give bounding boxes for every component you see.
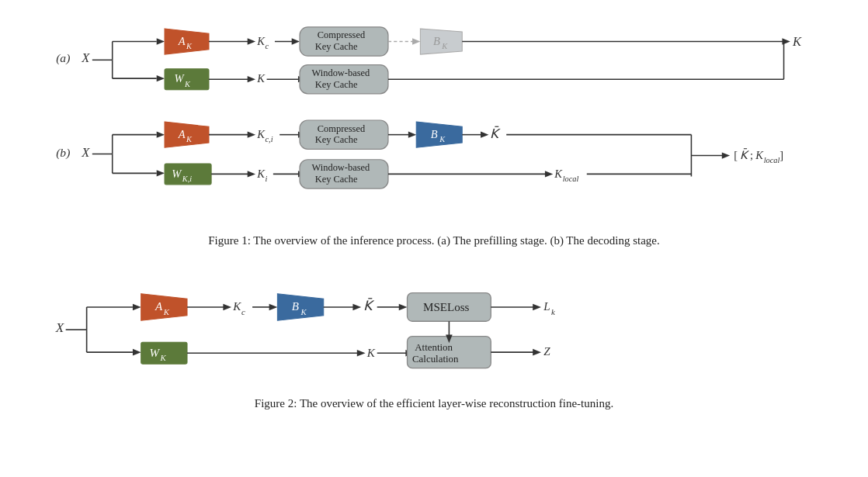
svg-text:K: K (792, 34, 802, 49)
svg-text:[: [ (734, 149, 738, 161)
svg-marker-117 (269, 304, 278, 311)
svg-marker-50 (157, 170, 165, 176)
svg-marker-58 (248, 132, 255, 138)
svg-text:Z: Z (543, 345, 550, 358)
svg-text:c: c (266, 42, 269, 50)
svg-text:K̄: K̄ (491, 126, 502, 141)
figure2-area: X A K W K K c (16, 252, 852, 396)
svg-text:MSELoss: MSELoss (423, 301, 470, 313)
svg-text:K: K (755, 149, 764, 161)
svg-marker-143 (533, 349, 541, 356)
svg-text:Key Cache: Key Cache (315, 79, 358, 90)
svg-text:K: K (186, 42, 193, 50)
svg-text:local: local (563, 175, 579, 183)
svg-text:(a): (a) (56, 51, 70, 65)
svg-text:Window-based: Window-based (312, 162, 370, 173)
svg-marker-129 (533, 304, 541, 311)
svg-marker-102 (133, 304, 141, 311)
svg-text:K,i: K,i (182, 175, 192, 183)
svg-text:K: K (441, 42, 448, 50)
svg-text:B: B (433, 35, 440, 47)
svg-text:(b): (b) (56, 146, 70, 160)
svg-text:K: K (439, 135, 446, 143)
svg-text:K̄: K̄ (363, 298, 375, 313)
svg-marker-8 (157, 75, 165, 81)
svg-text:X: X (81, 50, 90, 65)
svg-marker-47 (157, 132, 165, 138)
svg-text:]: ] (779, 149, 783, 161)
main-container: (a) X A K W K (0, 0, 868, 477)
figure2-caption: Figure 2: The overview of the efficient … (255, 397, 613, 410)
svg-text:K: K (163, 307, 170, 316)
svg-text:Compressed: Compressed (318, 29, 366, 40)
svg-marker-26 (420, 29, 462, 54)
svg-marker-33 (248, 76, 255, 82)
svg-marker-105 (133, 349, 141, 356)
figure1-caption-text: Figure 1: The overview of the inference … (208, 234, 659, 247)
svg-marker-94 (545, 171, 553, 177)
svg-marker-16 (248, 38, 255, 44)
svg-marker-125 (399, 304, 408, 311)
svg-text:Calculation: Calculation (412, 353, 459, 365)
svg-text:B: B (431, 128, 438, 140)
figure1-area: (a) X A K W K (16, 8, 852, 233)
svg-text:K: K (256, 128, 266, 140)
svg-text:K: K (256, 72, 266, 85)
svg-text:A: A (155, 300, 163, 313)
svg-text:c: c (241, 307, 245, 316)
svg-marker-133 (357, 350, 366, 357)
figure2-caption-text: Figure 2: The overview of the efficient … (255, 397, 613, 410)
svg-text:X: X (81, 145, 90, 160)
figure1-caption: Figure 1: The overview of the inference … (208, 234, 659, 247)
svg-marker-85 (248, 171, 255, 177)
svg-marker-122 (352, 304, 361, 311)
svg-text:Key Cache: Key Cache (315, 134, 358, 145)
svg-text:K: K (366, 347, 376, 359)
svg-text:K: K (186, 135, 193, 143)
svg-text:K: K (300, 307, 307, 316)
svg-text:Compressed: Compressed (318, 123, 366, 134)
svg-marker-5 (157, 38, 165, 44)
svg-text:Key Cache: Key Cache (315, 174, 358, 185)
svg-marker-20 (292, 38, 300, 44)
svg-text:K: K (159, 353, 166, 362)
svg-text:i: i (266, 175, 268, 183)
svg-marker-113 (223, 304, 231, 311)
svg-text:K: K (184, 80, 191, 88)
svg-text:local: local (764, 156, 780, 164)
svg-text:;: ; (750, 149, 753, 161)
svg-text:W: W (149, 347, 160, 359)
figure1-svg: (a) X A K W K (16, 8, 852, 233)
svg-text:Attention: Attention (415, 341, 453, 353)
svg-text:K: K (554, 168, 563, 180)
svg-marker-25 (412, 38, 420, 44)
svg-text:A: A (178, 128, 186, 140)
svg-text:K: K (232, 300, 241, 313)
svg-marker-67 (408, 132, 416, 138)
svg-text:X: X (55, 320, 65, 335)
svg-text:Window-based: Window-based (312, 67, 370, 78)
svg-text:K: K (256, 35, 266, 47)
svg-text:k: k (551, 307, 555, 316)
svg-text:Key Cache: Key Cache (315, 41, 358, 52)
svg-text:K: K (256, 168, 266, 180)
figure2-svg: X A K W K K c (16, 252, 852, 396)
svg-text:W: W (172, 168, 182, 180)
svg-text:K̄: K̄ (740, 148, 750, 161)
svg-text:W: W (174, 72, 185, 85)
svg-text:L: L (543, 300, 550, 313)
svg-text:B: B (292, 300, 299, 313)
svg-marker-72 (481, 132, 488, 138)
svg-marker-77 (722, 152, 730, 158)
svg-text:c,i: c,i (266, 135, 273, 143)
svg-text:A: A (178, 35, 186, 47)
